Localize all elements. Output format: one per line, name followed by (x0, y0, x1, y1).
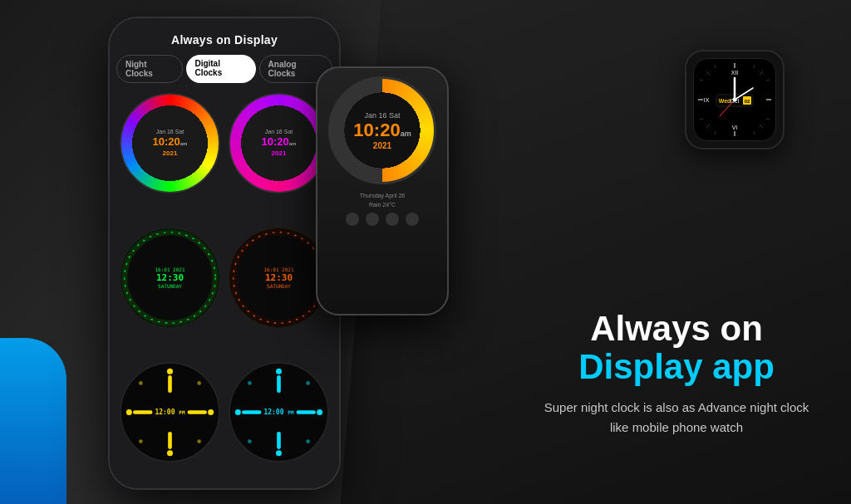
minimal-cyan-content: 12:00 PM (263, 409, 293, 416)
clock-minimal-cyan[interactable]: 12:00 PM (229, 362, 329, 462)
svg-line-35 (760, 125, 763, 128)
svg-rect-27 (277, 432, 281, 449)
svg-text:Wed: Wed (719, 98, 731, 104)
digital-green-date: 16:01 2021 (155, 267, 184, 272)
svg-line-42 (754, 131, 755, 135)
clock-digital-orange[interactable]: 16:01 2021 12:30 SATURDAY (229, 228, 329, 328)
svg-point-22 (248, 439, 252, 443)
phone-mockup: Always on Display Night Clocks Digital C… (108, 17, 341, 490)
svg-line-36 (754, 65, 755, 68)
digital-green-day: SATURDAY (155, 283, 184, 289)
digital-orange-date: 16:01 2021 (263, 267, 293, 272)
digital-green-time: 12:30 (155, 272, 184, 283)
clock-purple-time: 10:20am (262, 135, 297, 149)
featured-year: 2021 (353, 141, 411, 150)
svg-point-18 (235, 409, 241, 415)
svg-point-4 (167, 369, 173, 374)
svg-point-8 (139, 381, 143, 385)
tab-night-clocks[interactable]: Night Clocks (116, 55, 183, 83)
phone-header-title: Always on Display (110, 18, 339, 55)
digital-green-content: 16:01 2021 12:30 SATURDAY (155, 267, 184, 289)
svg-rect-12 (133, 410, 152, 414)
svg-point-5 (167, 450, 173, 456)
clock-rainbow-year: 2021 (153, 149, 188, 158)
clock-rainbow-face: Jan 16 Sat 10:20am 2021 (120, 93, 220, 193)
weather-icon-1 (346, 213, 359, 226)
clock-purple[interactable]: Jan 16 Sat 10:20am 2021 (229, 93, 329, 193)
svg-line-41 (700, 80, 703, 81)
clock-purple-year: 2021 (262, 149, 297, 158)
clock-rainbow[interactable]: Jan 16 Sat 10:20am 2021 (120, 93, 220, 193)
svg-point-21 (306, 381, 310, 385)
clock-rainbow-date: Jan 16 Sat (153, 128, 188, 135)
svg-line-39 (766, 80, 770, 81)
featured-time: 10:20am (353, 120, 411, 141)
weather-icon-2 (366, 213, 379, 226)
svg-line-32 (706, 71, 710, 75)
svg-point-9 (197, 381, 201, 385)
svg-line-34 (706, 125, 710, 128)
svg-text:VI: VI (732, 125, 738, 130)
watch-face: XII VI IX Wed Oct 02 (693, 58, 776, 141)
svg-text:02: 02 (745, 99, 750, 104)
phone-screen: Always on Display Night Clocks Digital C… (110, 18, 339, 488)
svg-point-6 (126, 409, 132, 415)
phone-large: Jan 16 Sat 10:20am 2021 Thursday April 2… (316, 66, 449, 316)
svg-point-7 (208, 409, 214, 415)
svg-rect-13 (188, 410, 207, 414)
featured-weather: Thursday April 26 Rain 24°C (339, 184, 426, 232)
svg-line-37 (715, 65, 716, 68)
tabs-row: Night Clocks Digital Clocks Analog Clock… (116, 55, 332, 83)
svg-rect-25 (297, 410, 316, 414)
watch-face-svg: XII VI IX Wed Oct 02 (695, 60, 775, 139)
svg-text:IX: IX (704, 97, 710, 103)
svg-rect-14 (168, 375, 172, 393)
svg-line-33 (760, 71, 763, 75)
featured-clock-inner: Jan 16 Sat 10:20am 2021 (353, 111, 411, 150)
svg-point-17 (276, 450, 282, 456)
watch-icon: XII VI IX Wed Oct 02 (685, 50, 785, 149)
headline-container: Always on Display app (535, 310, 818, 386)
minimal-yellow-time: 12:00 PM (155, 409, 184, 416)
subtitle-text: Super night clock is also as Advance nig… (535, 398, 818, 438)
digital-orange-time: 12:30 (263, 272, 293, 283)
digital-orange-day: SATURDAY (263, 283, 293, 289)
svg-point-10 (139, 439, 143, 443)
clock-purple-date: Jan 16 Sat (262, 128, 297, 135)
digital-orange-content: 16:01 2021 12:30 SATURDAY (263, 267, 293, 289)
featured-clock-area: Jan 16 Sat 10:20am 2021 Thursday April 2… (317, 68, 447, 232)
minimal-cyan-time: 12:00 PM (263, 409, 293, 416)
weather-icon-3 (386, 213, 399, 226)
svg-rect-15 (168, 432, 172, 449)
minimal-yellow-content: 12:00 PM (155, 409, 184, 416)
svg-line-38 (766, 119, 770, 120)
clock-purple-text: Jan 16 Sat 10:20am 2021 (262, 128, 297, 158)
weather-icon-4 (406, 213, 419, 226)
headline-line2: Display app (535, 348, 818, 386)
clock-grid: Jan 16 Sat 10:20am 2021 Jan 16 Sat 10:20… (110, 93, 339, 488)
svg-line-43 (715, 131, 716, 135)
svg-rect-24 (242, 410, 261, 414)
right-content: Always on Display app Super night clock … (535, 310, 818, 438)
svg-point-55 (733, 98, 737, 102)
clock-purple-face: Jan 16 Sat 10:20am 2021 (229, 93, 329, 193)
tab-digital-clocks[interactable]: Digital Clocks (186, 55, 255, 83)
featured-icons (346, 213, 419, 226)
svg-point-11 (197, 439, 201, 443)
clock-rainbow-text: Jan 16 Sat 10:20am 2021 (153, 128, 188, 158)
background-blue-accent (0, 338, 66, 504)
clock-rainbow-time: 10:20am (153, 135, 188, 149)
svg-text:XII: XII (731, 70, 739, 76)
svg-point-16 (276, 369, 282, 374)
featured-date: Jan 16 Sat (353, 111, 411, 120)
featured-clock-face: Jan 16 Sat 10:20am 2021 (328, 76, 436, 184)
svg-point-19 (317, 409, 322, 415)
svg-point-20 (248, 381, 252, 385)
svg-line-40 (700, 119, 703, 120)
clock-digital-green[interactable]: 16:01 2021 12:30 SATURDAY (120, 228, 220, 328)
clock-minimal-yellow[interactable]: 12:00 PM (120, 362, 220, 462)
headline-line1: Always on (590, 309, 763, 348)
svg-point-23 (306, 439, 310, 443)
svg-rect-26 (277, 375, 281, 393)
